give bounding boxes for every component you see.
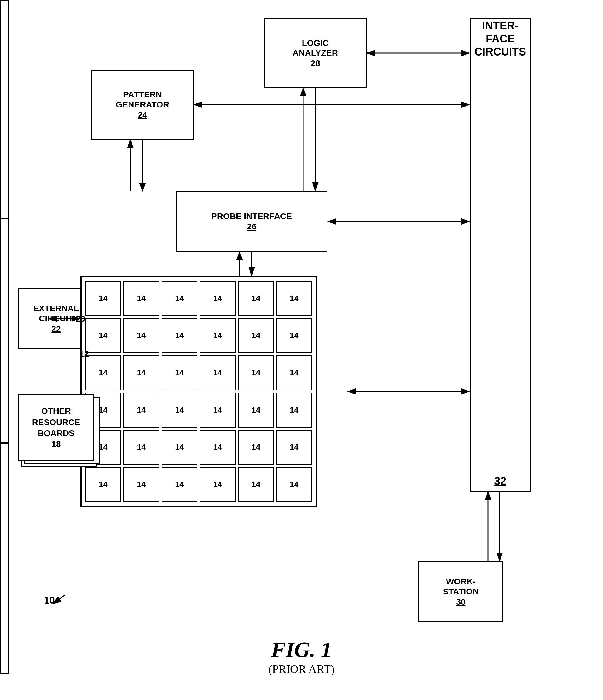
probe-interface-ref: 26	[247, 222, 256, 232]
pattern-generator-ref: 24	[138, 110, 147, 120]
probe-interface-box: PROBE INTERFACE 26	[176, 191, 327, 252]
interface-circuits-label: INTER-FACECIRCUITS	[474, 19, 526, 58]
grid-cell: 14	[162, 318, 198, 353]
main-board-grid: 1414141414141414141414141414141414141414…	[80, 276, 317, 507]
grid-cell: 14	[238, 318, 274, 353]
grid-cell: 14	[123, 318, 159, 353]
grid-cell: 14	[162, 467, 198, 502]
external-circuit-ref: 22	[51, 324, 61, 334]
grid-cell: 14	[85, 281, 121, 316]
external-circuit-label: EXTERNALCIRCUIT	[33, 303, 79, 324]
grid-cell: 14	[238, 393, 274, 427]
grid-cell: 14	[200, 467, 236, 502]
grid-cell: 14	[276, 467, 312, 502]
grid-cell: 14	[276, 355, 312, 390]
fig-subtitle: (PRIOR ART)	[0, 662, 603, 676]
grid-cell: 14	[276, 393, 312, 427]
grid-cell: 14	[162, 355, 198, 390]
logic-analyzer-label: LOGICANALYZER	[293, 38, 338, 58]
grid-cell: 14	[200, 355, 236, 390]
bottom-stack-2	[0, 683, 236, 692]
grid-cell: 14	[276, 281, 312, 316]
grid-cell: 14	[200, 318, 236, 353]
grid-cell: 14	[123, 355, 159, 390]
other-resource-boards-box: OTHERRESOURCEBOARDS 18	[18, 395, 94, 461]
grid-cell: 14	[276, 430, 312, 465]
grid-cell: 14	[200, 281, 236, 316]
interface-circuits-ref: 32	[494, 475, 506, 488]
grid-cell: 14	[200, 393, 236, 427]
grid-cell: 14	[85, 355, 121, 390]
workstation-label: WORK-STATION	[443, 576, 479, 597]
figure-caption: FIG. 1 (PRIOR ART)	[0, 637, 603, 676]
grid-cell: 14	[123, 281, 159, 316]
interface-circuits-box: INTER-FACECIRCUITS 32	[470, 18, 530, 492]
grid-cell: 14	[85, 467, 121, 502]
diagram-container: LOGICANALYZER 28 PATTERNGENERATOR 24 PRO…	[0, 0, 603, 700]
diagram-number-label: 10	[44, 595, 55, 606]
fig-title: FIG. 1	[0, 637, 603, 662]
grid-cell: 14	[200, 430, 236, 465]
stack-page-2	[0, 219, 9, 443]
bottom-stack-1	[0, 692, 236, 700]
grid-cell: 14	[276, 318, 312, 353]
grid-cell: 14	[123, 430, 159, 465]
grid-cell: 14	[238, 430, 274, 465]
grid-cell: 14	[238, 355, 274, 390]
grid-cell: 14	[123, 467, 159, 502]
grid-cell: 14	[238, 281, 274, 316]
label-20: 20	[76, 314, 85, 324]
workstation-ref: 30	[456, 597, 465, 607]
other-resource-boards-ref: 18	[51, 439, 61, 450]
logic-analyzer-box: LOGICANALYZER 28	[264, 18, 367, 88]
logic-analyzer-ref: 28	[310, 58, 320, 69]
grid-cell: 14	[162, 281, 198, 316]
label-12: 12	[79, 349, 89, 359]
grid-cell: 14	[162, 430, 198, 465]
grid-cell: 14	[238, 467, 274, 502]
pattern-generator-label: PATTERNGENERATOR	[116, 90, 169, 110]
arrow-diagram-label	[53, 595, 65, 604]
other-resource-boards-label: OTHERRESOURCEBOARDS	[32, 406, 80, 439]
pattern-generator-box: PATTERNGENERATOR 24	[91, 70, 194, 140]
grid-cell: 14	[123, 393, 159, 427]
workstation-box: WORK-STATION 30	[418, 561, 503, 622]
grid-cell: 14	[162, 393, 198, 427]
probe-interface-label: PROBE INTERFACE	[211, 211, 292, 222]
grid-cell: 14	[85, 318, 121, 353]
stack-page-3	[0, 0, 9, 219]
